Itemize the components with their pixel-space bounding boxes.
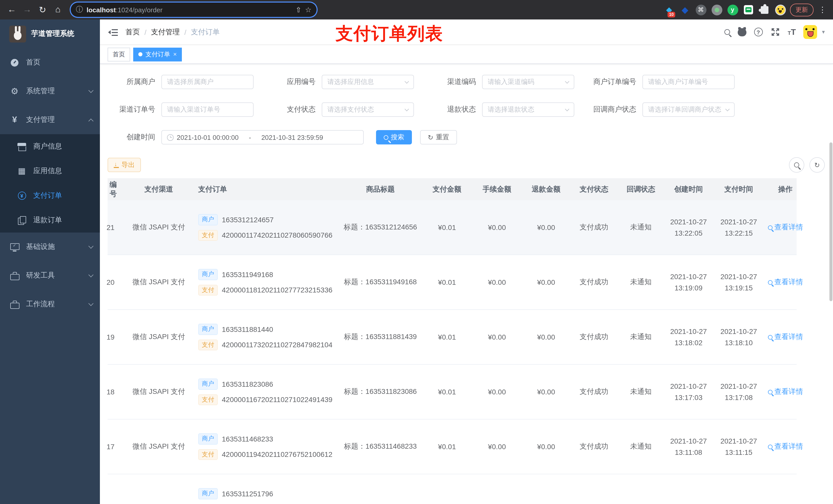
sidebar-item-refund-order[interactable]: 退款订单 (0, 208, 100, 233)
view-detail-link[interactable]: 查看详情 (768, 387, 803, 397)
refund-status-select[interactable]: 请选择退款状态 (482, 102, 574, 117)
view-detail-link[interactable]: 查看详情 (768, 442, 803, 451)
app-logo[interactable]: 芋道管理系统 (0, 20, 100, 48)
cell-channel (125, 474, 192, 504)
extension-icon-4[interactable] (711, 4, 723, 16)
store-icon (18, 142, 26, 151)
merchant-tag: 商户 (198, 433, 218, 444)
view-detail-link[interactable]: 查看详情 (768, 223, 803, 232)
chevron-down-icon (405, 107, 409, 111)
address-bar[interactable]: ⓘ localhost:1024/pay/order ⇧ ☆ (71, 3, 317, 17)
monitor-icon (10, 242, 19, 251)
extensions-puzzle-icon[interactable] (758, 4, 770, 16)
pay-status-select[interactable]: 请选择支付状态 (322, 102, 414, 117)
tab-home[interactable]: 首页 (108, 47, 130, 61)
cell-amount: ¥0.01 (423, 310, 471, 364)
main-area: 首页 / 支付管理 / 支付订单 支付订单列表 (100, 20, 833, 504)
browser-profile-avatar[interactable] (774, 4, 786, 16)
user-avatar[interactable] (804, 25, 817, 39)
channel-order-input[interactable]: 请输入渠道订单号 (161, 102, 254, 117)
merchant-select[interactable]: 请选择所属商户 (161, 75, 254, 89)
cell-order: 商户 1635312124657 支付 42000011742021102780… (192, 200, 338, 255)
sidebar-item-app-info[interactable]: ▦ 应用信息 (0, 159, 100, 183)
toggle-search-button[interactable] (789, 157, 804, 173)
cell-actions: 查看详情 (764, 419, 807, 474)
documents-icon (18, 216, 26, 224)
cell-notify: 未通知 (618, 419, 663, 474)
sidebar-item-workflow[interactable]: 工作流程 (0, 290, 100, 318)
cell-actions (764, 474, 807, 504)
tab-close-icon[interactable]: × (173, 51, 177, 58)
app-select[interactable]: 请选择应用信息 (322, 75, 414, 89)
browser-reload-icon[interactable]: ↻ (36, 3, 49, 16)
sidebar-item-merchant-info[interactable]: 商户信息 (0, 134, 100, 159)
view-detail-link[interactable]: 查看详情 (768, 278, 803, 287)
help-icon[interactable] (754, 28, 763, 37)
toolbox-icon (10, 300, 19, 309)
channel-code-select[interactable]: 请输入渠道编码 (482, 75, 574, 89)
bookmark-star-icon[interactable]: ☆ (305, 6, 311, 14)
puzzle-icon (761, 6, 768, 14)
breadcrumb-current: 支付订单 (191, 27, 220, 37)
merchant-tag: 商户 (198, 269, 218, 280)
search-icon[interactable] (724, 29, 730, 35)
view-detail-link[interactable]: 查看详情 (768, 332, 803, 342)
avatar-caret-icon[interactable]: ▾ (822, 29, 825, 35)
col-header-paid: 支付时间 (714, 178, 764, 200)
merchant-order-input[interactable]: 请输入商户订单编号 (642, 75, 735, 89)
extension-icon-5[interactable]: y (727, 4, 739, 16)
col-header-created: 创建时间 (663, 178, 714, 200)
browser-update-button[interactable]: 更新 (790, 3, 813, 16)
export-button[interactable]: 导出 (108, 158, 141, 172)
cell-fee (471, 474, 523, 504)
chevron-down-icon (565, 107, 569, 111)
extension-icon-6[interactable] (742, 4, 755, 16)
sidebar-item-pay-order[interactable]: ¥ 支付订单 (0, 183, 100, 208)
page-scrollbar[interactable] (829, 142, 832, 301)
pay-order-line: 支付 4200001181202110277723215336 (198, 285, 332, 295)
chevron-down-icon (88, 272, 94, 277)
col-header-notify: 回调状态 (618, 178, 663, 200)
sidebar-fold-icon[interactable] (108, 27, 118, 37)
search-button[interactable]: 搜索 (376, 130, 412, 144)
orders-table: 编号 支付渠道 支付订单 商品标题 支付金额 手续金额 退款金额 支付状态 回调… (108, 178, 796, 504)
cell-title (338, 474, 423, 504)
sidebar-item-devtools[interactable]: 研发工具 (0, 261, 100, 290)
dot-ext-icon (711, 4, 722, 15)
github-icon[interactable] (737, 28, 746, 36)
share-icon[interactable]: ⇧ (295, 6, 301, 14)
pay-tag: 支付 (198, 230, 218, 241)
browser-back-icon[interactable]: ← (5, 3, 19, 16)
sidebar-item-system[interactable]: ⚙ 系统管理 (0, 77, 100, 105)
cell-paid-time: 2021-10-2713:17:08 (714, 365, 764, 419)
sidebar-item-home[interactable]: 首页 (0, 48, 100, 77)
col-header-status: 支付状态 (570, 178, 618, 200)
fullscreen-icon[interactable] (770, 27, 780, 37)
sidebar-item-payment[interactable]: ¥ 支付管理 (0, 105, 100, 134)
create-time-range-picker[interactable]: 2021-10-01 00:00:00 - 2021-10-31 23:59:5… (161, 130, 364, 144)
col-header-refund: 退款金额 (523, 178, 570, 200)
sidebar-item-infra[interactable]: 基础设施 (0, 233, 100, 261)
col-header-actions: 操作 (764, 178, 807, 200)
tab-pay-order[interactable]: 支付订单 × (133, 47, 182, 61)
reset-button[interactable]: ↻ 重置 (420, 130, 457, 144)
refresh-table-button[interactable]: ↻ (809, 157, 825, 173)
browser-toolbar: ← → ↻ ⌂ ⓘ localhost:1024/pay/order ⇧ ☆ ◆… (0, 0, 833, 20)
browser-menu-icon[interactable]: ⋮ (817, 5, 828, 14)
breadcrumb-home[interactable]: 首页 (125, 27, 140, 37)
extension-icon-1[interactable]: ◆ 10 (663, 4, 675, 16)
cell-status: 支付成功 (570, 255, 618, 309)
font-size-icon[interactable] (788, 27, 796, 37)
cell-amount: ¥0.01 (423, 419, 471, 474)
notify-status-select[interactable]: 请选择订单回调商户状态 (642, 102, 735, 117)
magnifier-icon (768, 335, 772, 339)
date-start-value: 2021-10-01 00:00:00 (177, 134, 238, 141)
extension-icon-2[interactable]: ◆ (679, 4, 691, 16)
browser-forward-icon[interactable]: → (21, 3, 34, 16)
filter-label: 商户订单编号 (589, 77, 642, 87)
browser-home-icon[interactable]: ⌂ (51, 3, 65, 16)
breadcrumb-payment[interactable]: 支付管理 (151, 27, 180, 37)
extension-icon-3[interactable]: ⌘ (695, 4, 707, 16)
site-info-icon[interactable]: ⓘ (76, 5, 83, 14)
cell-actions: 查看详情 (764, 365, 807, 419)
